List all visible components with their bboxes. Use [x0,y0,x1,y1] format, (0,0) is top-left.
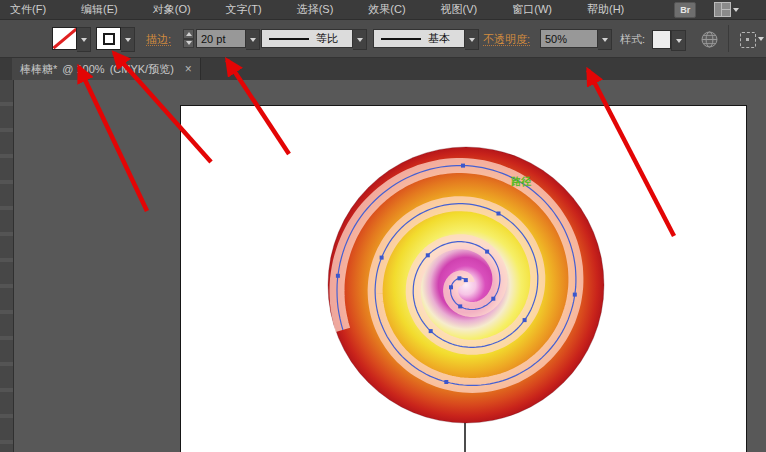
arrange-documents-button[interactable] [714,2,739,17]
opacity-panel-link[interactable]: 不透明度: [483,33,530,46]
anchor-point[interactable] [523,318,527,322]
anchor-point[interactable] [497,212,501,216]
chevron-down-icon [81,38,87,42]
menu-effect[interactable]: 效果(C) [359,0,414,19]
no-fill-slash-icon [53,28,77,50]
stroke-color-group [96,27,135,52]
menu-view[interactable]: 视图(V) [432,0,487,19]
menu-bar: 文件(F) 编辑(E) 对象(O) 文字(T) 选择(S) 效果(C) 视图(V… [0,0,766,20]
anchor-point[interactable] [457,276,461,280]
anchor-point[interactable] [426,253,430,257]
chevron-down-icon [469,38,475,42]
width-profile-field[interactable]: 等比 [261,29,353,48]
triangle-up-icon [186,32,192,36]
stroke-weight-field[interactable]: 20 pt [196,29,246,48]
canvas-area: 路径 [0,80,766,452]
smart-guide-label: 路径 [511,176,532,187]
chevron-down-icon [733,8,739,12]
chevron-down-icon [357,38,363,42]
lollipop-art[interactable]: 路径 [181,106,748,452]
menu-type[interactable]: 文字(T) [217,0,271,19]
brush-definition-combo: 基本 [373,29,479,48]
opacity-field[interactable]: 50% [540,29,598,48]
menu-help[interactable]: 帮助(H) [578,0,633,19]
document-zoom-level: @ 100% [62,63,104,75]
anchor-point[interactable] [336,274,340,278]
style-dropdown[interactable] [671,30,686,51]
brush-definition-dropdown[interactable] [465,29,479,50]
chevron-down-icon[interactable] [758,37,764,41]
stroke-panel-link[interactable]: 描边: [146,33,171,46]
menu-edit[interactable]: 编辑(E) [72,0,127,19]
stroke-color-dropdown[interactable] [121,27,135,52]
document-tab-bar: 棒棒糖* @ 100% (CMYK/预览) × [0,58,766,81]
fill-color-swatch[interactable] [52,27,77,50]
stroke-profile-icon [269,38,309,40]
anchor-point[interactable] [380,256,384,260]
stroke-color-swatch[interactable] [96,27,121,50]
anchor-point[interactable] [485,250,489,254]
stroke-square-icon [103,33,115,45]
stroke-weight-combo: 20 pt [196,29,260,48]
anchor-point[interactable] [461,164,465,168]
document-color-mode: (CMYK/预览) [110,62,174,77]
brush-definition-field[interactable]: 基本 [373,29,465,48]
style-label: 样式: [620,33,645,45]
anchor-point[interactable] [573,293,577,297]
anchor-point[interactable] [449,285,453,289]
document-title: 棒棒糖* [20,62,57,77]
stroke-weight-dropdown[interactable] [246,29,260,50]
artboard[interactable]: 路径 [180,105,747,452]
width-profile-label: 等比 [316,29,338,48]
stroke-weight-stepper[interactable] [183,29,194,48]
chevron-down-icon [125,38,131,42]
chevron-down-icon [602,38,608,42]
menu-select[interactable]: 选择(S) [288,0,343,19]
opacity-combo: 50% [540,29,612,48]
chevron-down-icon [250,38,256,42]
control-bar: 描边: 20 pt 等比 基本 不透明度: 50% 样式: [0,20,766,58]
separator [728,25,729,52]
menu-window[interactable]: 窗口(W) [503,0,561,19]
tools-panel-sliver[interactable] [0,80,14,452]
bridge-button[interactable]: Br [674,2,696,18]
selection-options-icon[interactable] [740,32,756,48]
anchor-point[interactable] [444,380,448,384]
fill-color-dropdown[interactable] [77,27,91,52]
arrange-documents-icon [714,2,731,17]
document-tab[interactable]: 棒棒糖* @ 100% (CMYK/预览) × [12,58,201,80]
menu-file[interactable]: 文件(F) [1,0,55,19]
document-setup-icon[interactable] [701,31,718,52]
anchor-point[interactable] [458,304,462,308]
menu-object[interactable]: 对象(O) [144,0,200,19]
width-profile-combo: 等比 [261,29,367,48]
stepper-up-button[interactable] [183,29,194,39]
style-swatch[interactable] [652,30,671,49]
anchor-point[interactable] [464,278,468,282]
opacity-dropdown[interactable] [598,29,612,50]
brush-definition-label: 基本 [428,29,450,48]
stepper-down-button[interactable] [183,39,194,49]
chevron-down-icon [676,39,682,43]
triangle-down-icon [186,41,192,45]
close-icon[interactable]: × [185,64,192,74]
anchor-point[interactable] [491,297,495,301]
anchor-point[interactable] [429,329,433,333]
width-profile-dropdown[interactable] [353,29,367,50]
fill-color-group [52,27,91,52]
brush-stroke-icon [381,38,421,40]
